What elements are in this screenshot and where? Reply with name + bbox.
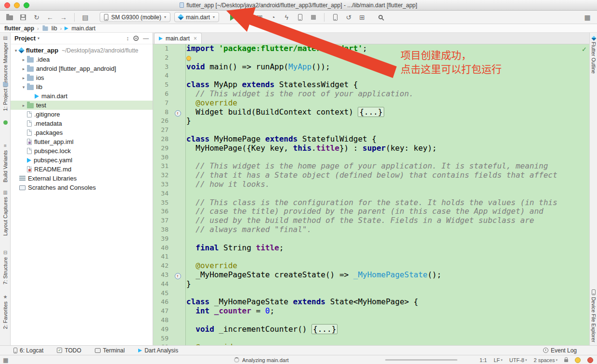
- attach-debugger-button[interactable]: ϟ: [281, 12, 292, 23]
- minimize-window-button[interactable]: [14, 2, 20, 8]
- code-line-34[interactable]: 34: [153, 189, 589, 198]
- toolwindow-logcat[interactable]: 6: Logcat: [13, 347, 43, 354]
- stop-button[interactable]: [308, 12, 319, 23]
- code-editor[interactable]: 1import 'package:flutter/material.dart';…: [153, 44, 589, 345]
- sidebar-item-resource-manager[interactable]: ▤Resource Manager: [0, 36, 11, 88]
- tree-item-pubspec-lock[interactable]: pubspec.lock: [11, 146, 153, 156]
- code-line-47[interactable]: 47 int _counter = 0;: [153, 307, 589, 316]
- code-line-27[interactable]: 27: [153, 126, 589, 135]
- gradle-sync-button[interactable]: ↺: [343, 12, 354, 23]
- tree-expand-icon[interactable]: ▸: [20, 66, 27, 71]
- debug-button[interactable]: [240, 12, 252, 23]
- back-button[interactable]: ←: [44, 12, 56, 23]
- project-structure-button[interactable]: ▦: [582, 12, 593, 23]
- sidebar-item-structure[interactable]: ⊟7: Structure: [0, 250, 11, 285]
- code-line-30[interactable]: 30: [153, 153, 589, 162]
- profiler-button[interactable]: ◔: [267, 12, 279, 23]
- run-indicator[interactable]: [0, 120, 11, 125]
- tree-item--metadata[interactable]: .metadata: [11, 119, 153, 128]
- code-line-5[interactable]: 5class MyApp extends StatelessWidget {: [153, 80, 589, 90]
- code-line-39[interactable]: 39: [153, 234, 589, 244]
- tree-item-android-flutter-app-android-[interactable]: ▸android [flutter_app_android]: [11, 64, 153, 73]
- sad-face-icon[interactable]: [587, 357, 593, 363]
- sidebar-item-favorites[interactable]: ★2: Favorites: [0, 295, 11, 329]
- gear-icon[interactable]: [133, 36, 139, 41]
- save-all-button[interactable]: [17, 12, 29, 23]
- sort-icon[interactable]: ↕: [126, 35, 129, 42]
- layout-editor-button[interactable]: ▤: [79, 12, 91, 23]
- tree-expand-icon[interactable]: ▾: [20, 85, 27, 90]
- code-line-35[interactable]: 35 // This class is the configuration fo…: [153, 198, 589, 208]
- sdk-manager-button[interactable]: ⊞: [356, 12, 368, 23]
- tree-item-external-libraries[interactable]: External Libraries: [11, 174, 153, 183]
- toolwindow-terminal[interactable]: Terminal: [95, 347, 125, 354]
- tree-item--packages[interactable]: .packages: [11, 128, 153, 137]
- sidebar-item-layout-captures[interactable]: ▥Layout Captures: [0, 190, 11, 236]
- tree-item-lib[interactable]: ▾lib: [11, 82, 153, 91]
- code-line-28[interactable]: 28class MyHomePage extends StatefulWidge…: [153, 135, 589, 144]
- tree-item-flutter-app[interactable]: ▾flutter_app~/Desktop/java2/android/flut…: [11, 46, 153, 55]
- line-ending-selector[interactable]: LF▾: [493, 357, 502, 363]
- coverage-button[interactable]: ▣: [254, 12, 265, 23]
- code-line-33[interactable]: 33 // how it looks.: [153, 180, 589, 189]
- editor-tab-main-dart[interactable]: main.dart ×: [154, 33, 202, 44]
- tree-expand-icon[interactable]: ▸: [20, 103, 27, 108]
- code-line-6[interactable]: 6 // This widget is the root of your app…: [153, 90, 589, 99]
- tree-expand-icon[interactable]: ▸: [20, 57, 27, 62]
- breadcrumb-file[interactable]: main.dart: [71, 25, 95, 32]
- device-selector[interactable]: SM G9300 (mobile) ▾: [100, 12, 170, 22]
- tree-expand-icon[interactable]: ▸: [20, 76, 27, 80]
- encoding-selector[interactable]: UTF-8▾: [509, 357, 527, 363]
- code-line-42[interactable]: 42 @override: [153, 261, 589, 271]
- code-line-31[interactable]: 31 // This widget is the home page of yo…: [153, 162, 589, 171]
- breadcrumb-project[interactable]: flutter_app: [4, 25, 34, 32]
- tree-item-main-dart[interactable]: main.dart: [11, 91, 153, 101]
- override-marker-icon[interactable]: ↑: [175, 110, 181, 117]
- zoom-window-button[interactable]: [24, 2, 29, 8]
- code-line-3[interactable]: 3void main() => runApp(MyApp());: [153, 63, 589, 72]
- tree-item--idea[interactable]: ▸.idea: [11, 55, 153, 64]
- toolwindow-dart-analysis[interactable]: Dart Analysis: [138, 347, 178, 354]
- inspections-ok-icon[interactable]: ✓: [582, 46, 587, 53]
- code-line-8[interactable]: 8↑ Widget build(BuildContext context) {.…: [153, 108, 589, 117]
- event-log-button[interactable]: Event Log: [543, 347, 577, 354]
- sync-button[interactable]: ↻: [31, 12, 42, 23]
- code-line-59[interactable]: 59: [153, 334, 589, 343]
- code-line-41[interactable]: 41: [153, 252, 589, 261]
- code-line-38[interactable]: 38 // always marked "final".: [153, 225, 589, 234]
- close-tab-icon[interactable]: ×: [194, 35, 197, 42]
- intention-bulb-icon[interactable]: [186, 56, 191, 61]
- override-marker-icon[interactable]: ↑: [175, 273, 181, 279]
- tree-item-ios[interactable]: ▸ios: [11, 73, 153, 82]
- code-line-2[interactable]: 2: [153, 53, 589, 63]
- code-line-37[interactable]: 37 // used by the build method of the St…: [153, 216, 589, 225]
- caret-position[interactable]: 1:1: [480, 357, 487, 363]
- tool-windows-toggle-icon[interactable]: ▦: [3, 357, 8, 364]
- tree-item-scratches-and-consoles[interactable]: Scratches and Consoles: [11, 183, 153, 192]
- tree-item--gitignore[interactable]: .gitignore: [11, 110, 153, 119]
- code-line-49[interactable]: 49 void _incrementCounter() {...}: [153, 325, 589, 334]
- code-line-29[interactable]: 29 MyHomePage({Key key, this.title}) : s…: [153, 144, 589, 153]
- code-line-48[interactable]: 48: [153, 316, 589, 325]
- code-line-26[interactable]: 26}: [153, 117, 589, 126]
- search-everywhere-button[interactable]: [376, 12, 387, 23]
- code-line-1[interactable]: 1import 'package:flutter/material.dart';: [153, 44, 589, 53]
- breadcrumb-lib[interactable]: lib: [52, 25, 57, 32]
- screenshot-button[interactable]: [294, 12, 306, 23]
- code-line-40[interactable]: 40 final String title;: [153, 244, 589, 253]
- sidebar-item-project[interactable]: 1: Project: [0, 82, 11, 111]
- code-line-32[interactable]: 32 // that it has a State object (define…: [153, 171, 589, 180]
- code-line-7[interactable]: 7 @override: [153, 99, 589, 108]
- run-config-selector[interactable]: main.dart ▾: [174, 12, 219, 22]
- toolwindow-todo[interactable]: ✓TODO: [57, 347, 81, 354]
- open-button[interactable]: [4, 12, 15, 23]
- code-line-46[interactable]: 46class _MyHomePageState extends State<M…: [153, 298, 589, 307]
- hide-panel-icon[interactable]: ―: [143, 35, 149, 42]
- forward-button[interactable]: →: [58, 12, 69, 23]
- tree-item-readme-md[interactable]: README.md: [11, 165, 153, 174]
- run-button[interactable]: [227, 12, 238, 23]
- code-line-36[interactable]: 36 // case the title) provided by the pa…: [153, 207, 589, 216]
- tree-item-pubspec-yaml[interactable]: pubspec.yaml: [11, 156, 153, 165]
- code-line-45[interactable]: 45: [153, 289, 589, 298]
- tree-item-flutter-app-iml[interactable]: flutter_app.iml: [11, 137, 153, 146]
